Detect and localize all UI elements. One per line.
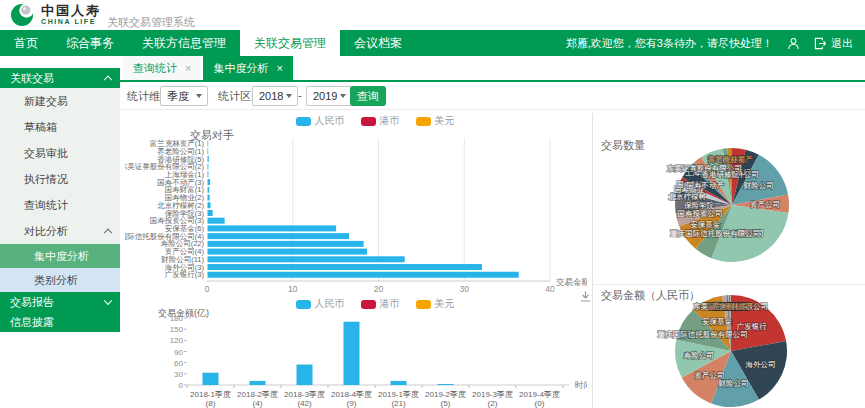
vertical-divider — [592, 113, 593, 408]
svg-text:(2): (2) — [488, 399, 498, 408]
caret-up-icon — [104, 229, 112, 237]
legend-swatch — [296, 300, 311, 309]
tab-1[interactable]: 查询统计× — [123, 56, 201, 80]
sidebar-menu: 关联交易新建交易草稿箱交易审批执行情况查询统计对比分析集中度分析类别分析交易报告… — [0, 68, 120, 332]
svg-text:2019-3季度: 2019-3季度 — [472, 390, 513, 399]
legend-item-港币[interactable]: 港币 — [361, 297, 400, 311]
nav-item-4[interactable]: 关联交易管理 — [240, 30, 340, 56]
quarterly-amount-bar-chart: 0306090120150180时间2018-1季度(8)2018-2季度(4)… — [125, 315, 587, 408]
legend-item-美元[interactable]: 美元 — [416, 114, 455, 128]
svg-text:20: 20 — [374, 284, 384, 294]
svg-text:广发银行(3): 广发银行(3) — [165, 270, 205, 279]
legend-swatch — [296, 117, 311, 126]
svg-text:重庆国际信托股份有限公司: 重庆国际信托股份有限公司 — [658, 330, 748, 339]
sidebar-item-3[interactable]: 草稿箱 — [0, 114, 120, 140]
sidebar-item-1[interactable]: 关联交易 — [0, 68, 120, 88]
legend-item-港币[interactable]: 港币 — [361, 114, 400, 128]
brand-name-en: CHINA LIFE — [41, 18, 96, 25]
tab-close-icon[interactable]: × — [276, 63, 282, 74]
svg-text:0: 0 — [205, 284, 210, 294]
svg-text:资产公司: 资产公司 — [750, 200, 780, 209]
nav-item-3[interactable]: 关联方信息管理 — [128, 30, 240, 56]
transaction-count-pie-chart: 广发银行海外公司财险公司资产公司寿险公司重庆国际信托股份有限公司安保基金国寿投资… — [630, 143, 855, 268]
svg-text:广发银行: 广发银行 — [737, 322, 768, 331]
legend-label: 港币 — [380, 297, 400, 311]
sidebar-item-6[interactable]: 查询统计 — [0, 192, 120, 218]
svg-text:2018-4季度: 2018-4季度 — [331, 390, 372, 399]
legend-label: 人民币 — [315, 114, 345, 128]
stat-dimension-select[interactable]: 季度 — [160, 86, 208, 106]
svg-text:富兰克林资产: 富兰克林资产 — [708, 155, 754, 164]
svg-text:富兰克林资产: 富兰克林资产 — [708, 302, 754, 311]
svg-text:30: 30 — [460, 284, 470, 294]
legend-label: 美元 — [435, 297, 455, 311]
legend-item-人民币[interactable]: 人民币 — [296, 114, 345, 128]
svg-text:2018-2季度: 2018-2季度 — [237, 390, 278, 399]
search-button[interactable]: 查询 — [350, 86, 386, 106]
sidebar-item-9[interactable]: 类别分析 — [0, 268, 120, 292]
nav-items: 首页综合事务关联方信息管理关联交易管理会议档案 — [0, 30, 416, 56]
sidebar-item-10[interactable]: 交易报告 — [0, 292, 120, 312]
svg-text:120: 120 — [170, 336, 184, 345]
svg-text:(8): (8) — [206, 399, 216, 408]
sidebar-item-5[interactable]: 执行情况 — [0, 166, 120, 192]
svg-text:安保基金: 安保基金 — [702, 317, 733, 326]
range-start-select[interactable]: 2018 — [252, 86, 298, 106]
svg-text:(4): (4) — [253, 399, 263, 408]
china-life-logo-icon — [10, 3, 34, 27]
app-window: 中国人寿 CHINA LIFE 关联交易管理系统 首页综合事务关联方信息管理关联… — [0, 0, 865, 408]
logout-label: 退出 — [831, 36, 853, 51]
svg-text:寿险公司: 寿险公司 — [684, 351, 714, 360]
legend-item-美元[interactable]: 美元 — [416, 297, 455, 311]
nav-item-1[interactable]: 首页 — [0, 30, 52, 56]
currency-legend-bottom: 人民币港币美元 — [210, 298, 540, 310]
main-nav: 首页综合事务关联方信息管理关联交易管理会议档案 郑雁,欢迎您，您有3条待办，请尽… — [0, 30, 865, 56]
user-icon[interactable] — [787, 37, 800, 50]
nav-item-2[interactable]: 综合事务 — [52, 30, 128, 56]
svg-text:0: 0 — [179, 381, 184, 390]
legend-swatch — [361, 117, 376, 126]
sidebar-item-2[interactable]: 新建交易 — [0, 88, 120, 114]
range-end-select[interactable]: 2019 — [306, 86, 352, 106]
counterparty-bar-chart: 010203040交易金额(亿)富兰克林资产(1)养老险公司(1)香港研修院(5… — [125, 138, 587, 294]
svg-text:(5): (5) — [441, 399, 451, 408]
tab-label: 集中度分析 — [213, 61, 268, 76]
legend-swatch — [416, 117, 431, 126]
logout-button[interactable]: 退出 — [814, 36, 853, 51]
rmb-amount-pie-chart: 广发银行海外公司财险公司资产公司寿险公司重庆国际信托股份有限公司安保基金国寿投资… — [630, 293, 855, 408]
svg-text:资产公司: 资产公司 — [695, 371, 725, 380]
sidebar-item-11[interactable]: 信息披露 — [0, 312, 120, 332]
sidebar-item-8[interactable]: 集中度分析 — [0, 244, 120, 268]
svg-text:2019-4季度: 2019-4季度 — [519, 390, 560, 399]
caret-up-icon — [104, 76, 112, 84]
tab-2[interactable]: 集中度分析× — [203, 56, 292, 80]
svg-text:时间: 时间 — [575, 380, 587, 390]
svg-text:财险公司: 财险公司 — [719, 379, 749, 388]
svg-text:财险公司: 财险公司 — [744, 181, 774, 190]
sidebar-item-4[interactable]: 交易审批 — [0, 140, 120, 166]
svg-text:国寿不动产: 国寿不动产 — [687, 181, 725, 190]
currency-legend: 人民币港币美元 — [210, 115, 540, 127]
svg-text:(9): (9) — [347, 399, 357, 408]
nav-item-5[interactable]: 会议档案 — [340, 30, 416, 56]
svg-text:10: 10 — [288, 284, 298, 294]
svg-text:海外公司: 海外公司 — [745, 360, 775, 369]
svg-text:40: 40 — [545, 284, 555, 294]
svg-text:保险学院: 保险学院 — [684, 201, 715, 210]
welcome-message: 郑雁,欢迎您，您有3条待办，请尽快处理！ — [566, 36, 773, 51]
main-content: 查询统计×集中度分析× 统计维度: 季度 统计区间: 2018 - 2019 查… — [120, 56, 865, 408]
svg-text:30: 30 — [174, 370, 183, 379]
svg-text:2018-1季度: 2018-1季度 — [190, 390, 231, 399]
horizontal-divider — [593, 284, 865, 285]
svg-text:(21): (21) — [391, 399, 406, 408]
range-separator: - — [298, 89, 302, 101]
legend-item-人民币[interactable]: 人民币 — [296, 297, 345, 311]
system-title: 关联交易管理系统 — [107, 15, 195, 30]
svg-text:安保基金: 安保基金 — [690, 220, 721, 229]
svg-text:150: 150 — [170, 325, 184, 334]
sidebar-item-7[interactable]: 对比分析 — [0, 218, 120, 244]
svg-text:国寿投资公司: 国寿投资公司 — [678, 209, 723, 218]
svg-text:重庆国际信托股份有限公司: 重庆国际信托股份有限公司 — [670, 229, 760, 238]
download-icon[interactable] — [579, 290, 592, 303]
tab-close-icon[interactable]: × — [185, 63, 191, 74]
